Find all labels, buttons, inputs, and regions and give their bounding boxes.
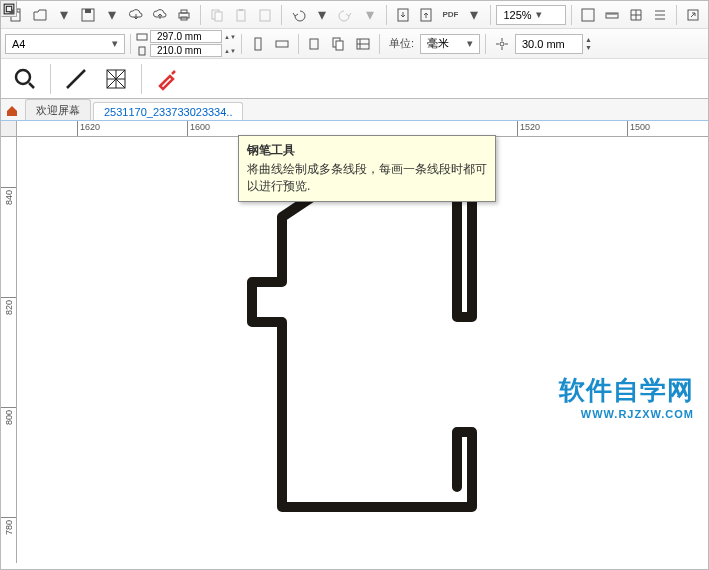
svg-rect-4 [181,10,187,13]
separator [490,5,491,25]
portrait-icon[interactable] [247,33,269,55]
dropdown-arrow-icon[interactable]: ▾ [53,4,75,26]
hruler-tick: 1500 [627,121,628,137]
pdf-icon[interactable]: PDF [439,4,461,26]
align-icon[interactable] [649,4,671,26]
separator [676,5,677,25]
svg-rect-34 [6,6,11,11]
nudge-icon[interactable] [491,33,513,55]
cloud-down-icon[interactable] [125,4,147,26]
chevron-down-icon: ▾ [463,37,477,50]
svg-rect-20 [310,39,318,49]
separator [50,64,51,94]
ruler-icon[interactable] [601,4,623,26]
svg-rect-18 [255,38,261,50]
separator [571,5,572,25]
main-toolbar: ▾ ▾ ▾ ▾ PDF ▾ 125%▾ [1,1,708,29]
separator [130,34,131,54]
landscape-icon[interactable] [271,33,293,55]
page-width-value: 297.0 mm [157,31,201,42]
page-preset-value: A4 [12,38,25,50]
svg-rect-13 [582,9,594,21]
pages-all-icon[interactable] [328,33,350,55]
dropdown-arrow-icon[interactable]: ▾ [101,4,123,26]
separator [485,34,486,54]
doc-tabs: 欢迎屏幕 2531170_233733023334.. [1,99,708,121]
unit-label: 单位: [389,36,414,51]
chevron-down-icon: ▾ [532,8,546,21]
property-bar: A4▾ 297.0 mm ▲▼ 210.0 mm ▲▼ 单位: 毫米▾ 30.0… [1,29,708,59]
vertical-ruler[interactable]: 840820800780 [1,137,17,563]
nudge-value: 30.0 mm [522,38,565,50]
vruler-tick: 820 [1,297,17,298]
svg-rect-10 [260,10,270,21]
tool-eyedrop[interactable] [149,61,185,97]
zoom-value: 125% [503,9,531,21]
pages-current-icon[interactable] [304,33,326,55]
spinner-icon[interactable]: ▲▼ [224,48,236,54]
vruler-tick: 840 [1,187,17,188]
unit-combo[interactable]: 毫米▾ [420,34,480,54]
page-width-input[interactable]: 297.0 mm [150,30,222,43]
vruler-tick: 780 [1,517,17,518]
spinner-icon[interactable]: ▲▼ [224,34,236,40]
fullscreen-icon[interactable] [577,4,599,26]
separator [379,34,380,54]
launch-icon[interactable] [682,4,704,26]
separator [241,34,242,54]
svg-rect-22 [336,41,343,50]
tooltip-title: 钢笔工具 [247,142,487,159]
export-icon[interactable] [416,4,438,26]
page-size-group: 297.0 mm ▲▼ 210.0 mm ▲▼ [136,30,236,57]
drawing-shape[interactable] [212,167,502,547]
copy-icon [206,4,228,26]
unit-value: 毫米 [427,36,449,51]
tool-line[interactable] [58,61,94,97]
svg-point-26 [16,70,30,84]
chevron-down-icon: ▾ [108,37,122,50]
svg-rect-9 [239,9,243,11]
home-icon[interactable] [3,102,21,120]
separator [281,5,282,25]
svg-rect-8 [237,10,245,21]
svg-rect-17 [139,47,145,55]
print-icon[interactable] [173,4,195,26]
svg-rect-2 [85,9,91,13]
dropdown-arrow-icon: ▾ [359,4,381,26]
tool-zoom[interactable] [7,61,43,97]
grid-icon[interactable] [625,4,647,26]
height-icon [136,46,148,56]
separator [200,5,201,25]
svg-rect-16 [137,34,147,40]
zoom-combo[interactable]: 125%▾ [496,5,566,25]
clipboard-icon [254,4,276,26]
undo-icon[interactable] [287,4,309,26]
page-preset-combo[interactable]: A4▾ [5,34,125,54]
save-icon[interactable] [77,4,99,26]
import-icon[interactable] [392,4,414,26]
separator [386,5,387,25]
pen-tool-tooltip: 钢笔工具 将曲线绘制成多条线段，每画一条线段时都可以进行预览. [238,135,496,202]
spinner-icon[interactable]: ▲▼ [585,36,592,52]
ruler-corner[interactable] [1,121,17,137]
svg-point-24 [500,42,504,46]
page-height-value: 210.0 mm [157,45,201,56]
dropdown-arrow-icon[interactable]: ▾ [463,4,485,26]
dropdown-arrow-icon[interactable]: ▾ [311,4,333,26]
cloud-up-icon[interactable] [149,4,171,26]
tool-envelope[interactable] [1,1,17,17]
tab-welcome[interactable]: 欢迎屏幕 [25,99,91,120]
hruler-tick: 1620 [77,121,78,137]
tab-document[interactable]: 2531170_233733023334.. [93,102,243,120]
page-height-input[interactable]: 210.0 mm [150,44,222,57]
width-icon [136,32,148,42]
tool-pattern[interactable] [98,61,134,97]
open-icon[interactable] [29,4,51,26]
hruler-tick: 1520 [517,121,518,137]
nudge-input[interactable]: 30.0 mm [515,34,583,54]
watermark-en: WWW.RJZXW.COM [559,408,694,420]
hruler-tick: 1600 [187,121,188,137]
page-setup-icon[interactable] [352,33,374,55]
separator [141,64,142,94]
paste-icon [230,4,252,26]
